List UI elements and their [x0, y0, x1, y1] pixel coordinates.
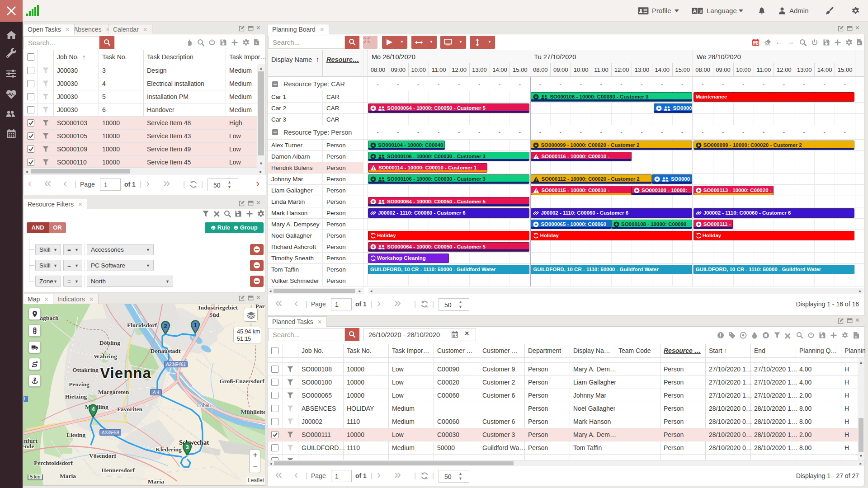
svg-text:4: 4 [91, 406, 95, 413]
svg-text:3: 3 [185, 444, 189, 450]
svg-text:1: 1 [193, 322, 197, 328]
svg-text:2: 2 [164, 323, 167, 329]
